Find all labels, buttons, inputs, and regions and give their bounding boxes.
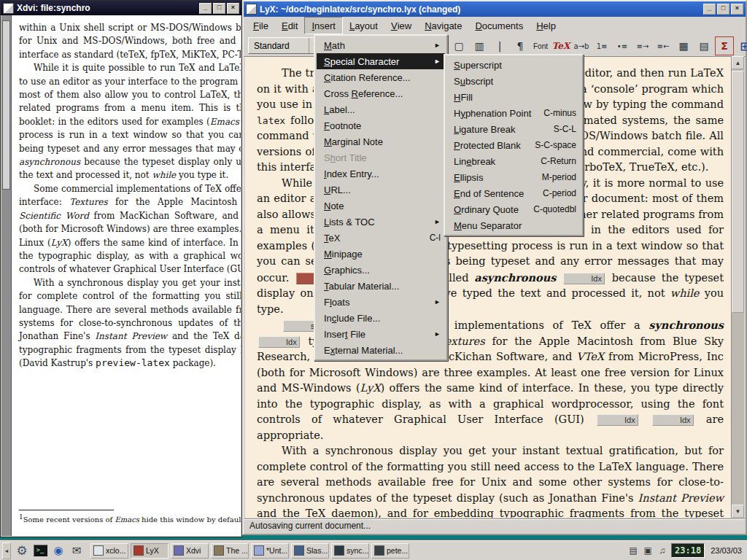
panel-hide-arrow-icon[interactable]: ◄ [2,542,11,559]
find-replace-icon[interactable]: a→b [572,36,591,55]
maximize-button[interactable]: □ [213,3,225,14]
figure-float-icon[interactable]: ▦ [674,36,693,55]
menu-item-tex[interactable]: TeXC-l [317,230,445,246]
menu-item-footnote[interactable]: Footnote [317,117,445,133]
menu-item-marginal-note[interactable]: Marginal Note [317,133,445,149]
menu-item-graphics[interactable]: Graphics... [317,262,445,278]
task-button-xdvi[interactable]: Xdvi [171,543,209,559]
submenu-item-protected-blank[interactable]: Protected BlankS-C-space [446,137,581,153]
menu-item-label[interactable]: Label... [317,101,445,117]
menu-item-minipage[interactable]: Minipage [317,246,445,262]
inset-idx[interactable]: Idx [597,414,638,426]
submenu-item-ordinary-quote[interactable]: Ordinary QuoteC-quotedbl [446,201,581,217]
submenu-item-end-of-sentence[interactable]: End of SentenceC-period [446,185,581,201]
task-button-slas[interactable]: Slas... [291,543,329,559]
browser-button[interactable]: ◉ [50,542,67,559]
bullet-list-icon[interactable]: •≡ [613,36,632,55]
menu-help[interactable]: Help [530,17,562,34]
submenu-item-hyphenation-point[interactable]: Hyphenation PointC-minus [446,105,581,121]
task-button-pete[interactable]: pete... [371,543,409,559]
menu-item-url[interactable]: URL... [317,182,445,198]
taskbar-clock[interactable]: 23:18 [671,543,705,558]
scrollbar-thumb[interactable] [732,71,744,313]
task-button-the[interactable]: The ... [211,543,249,559]
launcher-icons: ⚙>_◉✉ [13,542,85,559]
klipper-icon[interactable]: ▤ [627,545,639,556]
menu-item-external-material[interactable]: External Material... [317,342,445,358]
insert-graphics-icon[interactable]: ▢ [449,36,468,55]
submenu-item-superscript[interactable]: Superscript [446,57,581,73]
task-label: LyX [146,546,159,555]
terminal-button[interactable]: >_ [31,542,49,559]
toolbar-icons: ▢▥|¶FontTeXa→b1≡•≡≡→≡←▦▤Σ⊞ [449,36,747,55]
minimize-button[interactable]: _ [703,4,716,15]
inset-idx[interactable]: Idx [652,414,694,426]
submenu-item-linebreak[interactable]: LinebreakC-Return [446,153,581,169]
menu-item-short-title[interactable]: Short Title [317,149,445,166]
menu-item-lists-toc[interactable]: Lists & TOC► [317,214,445,230]
paragraph-style-value: Standard [254,41,290,51]
menu-item-cross-reference[interactable]: Cross Reference... [317,85,445,101]
submenu-item-hfill[interactable]: HFill [446,89,581,105]
paragraph-style-select[interactable]: Standard ▼ [248,37,322,54]
task-button-sync[interactable]: sync... [331,543,369,559]
menu-documents[interactable]: Documents [468,17,530,34]
mail-button[interactable]: ✉ [68,542,85,559]
numbered-list-icon[interactable]: 1≡ [592,36,611,55]
menu-layout[interactable]: Layout [343,17,384,34]
document-vertical-scrollbar[interactable]: ▲ ▼ [731,56,744,518]
math-mode-icon[interactable]: Σ [715,36,734,55]
submenu-arrow-icon: ► [434,330,441,338]
menu-item-math[interactable]: Math► [317,37,445,53]
paragraph: With a synchronous display you get your … [19,276,241,370]
task-button-unt[interactable]: *Unt... [251,543,289,559]
table-float-icon[interactable]: ▤ [694,36,713,55]
inset-idx[interactable]: Idx [563,273,605,284]
menu-item-tabular-material[interactable]: Tabular Material... [317,278,445,294]
task-label: Xdvi [186,546,201,555]
submenu-item-subscript[interactable]: Subscript [446,73,581,89]
inset-idx[interactable]: Idx [258,336,300,348]
task-button-xclo[interactable]: xclo... [90,543,128,559]
task-icon [133,545,144,556]
k-menu-button[interactable]: ⚙ [13,542,31,559]
menu-item-special-character[interactable]: Special Character► [317,53,445,69]
insert-table-icon[interactable]: ⊞ [735,36,747,55]
menu-item-note[interactable]: Note [317,198,445,214]
increase-depth-icon[interactable]: ≡→ [633,36,652,55]
menu-item-citation-reference[interactable]: Citation Reference... [317,69,445,85]
insert-bar-icon[interactable]: | [490,36,509,55]
close-button[interactable]: × [731,4,743,15]
menu-item-floats[interactable]: Floats► [317,294,445,310]
minimize-button[interactable]: _ [199,3,212,14]
monitor-icon[interactable]: ▣ [642,545,654,556]
menu-navigate[interactable]: Navigate [418,17,468,34]
submenu-item-menu-separator[interactable]: Menu Separator [446,217,581,233]
xdvi-vertical-scrollbar[interactable] [1,15,12,536]
submenu-item-ligature-break[interactable]: Ligature BreakS-C-L [446,121,581,137]
menu-item-insert-file[interactable]: Insert File► [317,326,445,342]
xdvi-scrollbar-thumb[interactable] [2,20,10,190]
task-button-lyx[interactable]: LyX [131,543,169,559]
font-button[interactable]: Font [531,36,550,55]
scroll-down-icon[interactable]: ▼ [732,505,744,518]
decrease-depth-icon[interactable]: ≡← [654,36,673,55]
submenu-item-ellipsis[interactable]: EllipsisM-period [446,169,581,185]
maximize-button[interactable]: □ [717,4,729,15]
insert-include-icon[interactable]: ▥ [470,36,489,55]
lyx-titlebar[interactable]: LyX: ~/doc/beginlatex/src/synchro.lyx (c… [244,1,746,17]
menu-edit[interactable]: Edit [275,17,304,34]
menu-item-index-entry[interactable]: Index Entry... [317,166,445,182]
menu-view[interactable]: View [384,17,418,34]
scroll-up-icon[interactable]: ▲ [732,56,744,69]
menu-file[interactable]: File [247,17,275,34]
xdvi-footnote: 1Some recent versions of Emacs hide this… [19,510,241,524]
volume-icon[interactable]: ♫ [657,545,668,556]
xdvi-titlebar[interactable]: Xdvi: file:synchro _□× [1,1,241,15]
tex-button[interactable]: TeX [551,36,570,55]
close-button[interactable]: × [227,3,239,14]
menu-item-include-file[interactable]: Include File... [317,310,445,326]
menu-insert[interactable]: Insert [304,17,343,34]
lyx-window-title: LyX: ~/doc/beginlatex/src/synchro.lyx (c… [260,4,700,15]
paragraph-mark-icon[interactable]: ¶ [511,36,530,55]
